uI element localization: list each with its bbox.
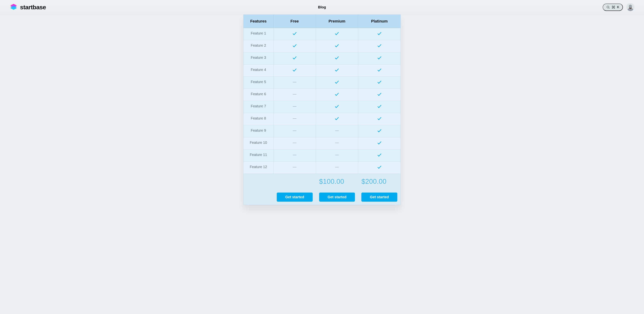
feature-premium [316,28,358,40]
svg-point-3 [607,6,609,8]
feature-name: Feature 10 [244,137,274,150]
feature-platinum [358,113,400,125]
cta-empty [244,189,274,205]
layers-icon [10,3,18,11]
feature-platinum [358,137,400,150]
feature-platinum [358,77,400,89]
check-icon [377,92,382,97]
cta-premium: Get started [316,189,358,205]
feature-name: Feature 4 [244,64,274,77]
price-premium: $100.00 [316,174,358,189]
feature-platinum [358,64,400,77]
dash-icon: — [335,165,339,169]
check-icon [377,80,382,84]
svg-line-4 [609,8,610,8]
header-premium: Premium [316,15,358,28]
check-icon [334,31,339,36]
check-icon [377,68,382,72]
feature-name: Feature 3 [244,52,274,64]
feature-premium: — [316,125,358,137]
feature-free: — [274,113,316,125]
feature-premium [316,52,358,64]
feature-premium [316,89,358,101]
site-header: startbase Blog K [0,0,644,14]
check-icon [334,116,339,121]
feature-free: — [274,89,316,101]
feature-platinum [358,28,400,40]
shortcut-key: K [617,5,619,9]
check-icon [377,31,382,36]
search-icon [606,5,610,9]
dash-icon: — [293,92,296,96]
check-icon [292,31,297,36]
check-icon [334,43,339,48]
check-icon [377,116,382,121]
feature-name: Feature 1 [244,28,274,40]
feature-premium [316,77,358,89]
check-icon [334,68,339,72]
feature-premium [316,40,358,52]
check-icon [292,56,297,60]
check-icon [377,165,382,169]
check-icon [292,43,297,48]
check-icon [292,68,297,72]
pricing-table: Features Free Premium Platinum Feature 1… [244,15,400,205]
header-platinum: Platinum [358,15,400,28]
get-started-platinum-button[interactable]: Get started [361,192,397,202]
get-started-free-button[interactable]: Get started [277,192,313,202]
check-icon [377,104,382,109]
avatar-icon [626,3,634,11]
command-icon [612,5,615,9]
feature-free: — [274,125,316,137]
feature-platinum [358,162,400,174]
feature-name: Feature 2 [244,40,274,52]
feature-name: Feature 12 [244,162,274,174]
check-icon [377,43,382,48]
price-empty [244,174,274,189]
check-icon [377,141,382,145]
dash-icon: — [293,104,296,108]
check-icon [334,92,339,97]
feature-name: Feature 6 [244,89,274,101]
pricing-card: Features Free Premium Platinum Feature 1… [243,14,401,205]
check-icon [334,80,339,84]
dash-icon: — [293,129,296,132]
check-icon [377,129,382,133]
feature-name: Feature 8 [244,113,274,125]
dash-icon: — [335,153,339,157]
feature-platinum [358,52,400,64]
cta-free: Get started [274,189,316,205]
check-icon [334,56,339,60]
feature-name: Feature 7 [244,101,274,113]
search-shortcut-chip[interactable]: K [603,3,623,11]
feature-platinum [358,101,400,113]
header-features: Features [244,15,274,28]
svg-point-7 [629,5,632,8]
feature-platinum [358,125,400,137]
feature-platinum [358,89,400,101]
feature-free: — [274,162,316,174]
price-free [274,174,316,189]
dash-icon: — [293,116,296,120]
feature-free [274,52,316,64]
feature-premium [316,64,358,77]
feature-premium: — [316,162,358,174]
feature-premium: — [316,137,358,150]
check-icon [377,56,382,60]
check-icon [377,153,382,157]
feature-name: Feature 9 [244,125,274,137]
get-started-premium-button[interactable]: Get started [319,192,355,202]
avatar[interactable] [626,3,634,11]
feature-platinum [358,150,400,162]
nav-center: Blog [318,5,326,9]
header-free: Free [274,15,316,28]
feature-free: — [274,77,316,89]
dash-icon: — [293,141,296,145]
brand[interactable]: startbase [10,3,318,11]
feature-premium: — [316,150,358,162]
dash-icon: — [293,165,296,169]
feature-name: Feature 5 [244,77,274,89]
header-right: K [603,3,634,11]
dash-icon: — [335,141,339,145]
nav-blog-link[interactable]: Blog [318,5,326,9]
